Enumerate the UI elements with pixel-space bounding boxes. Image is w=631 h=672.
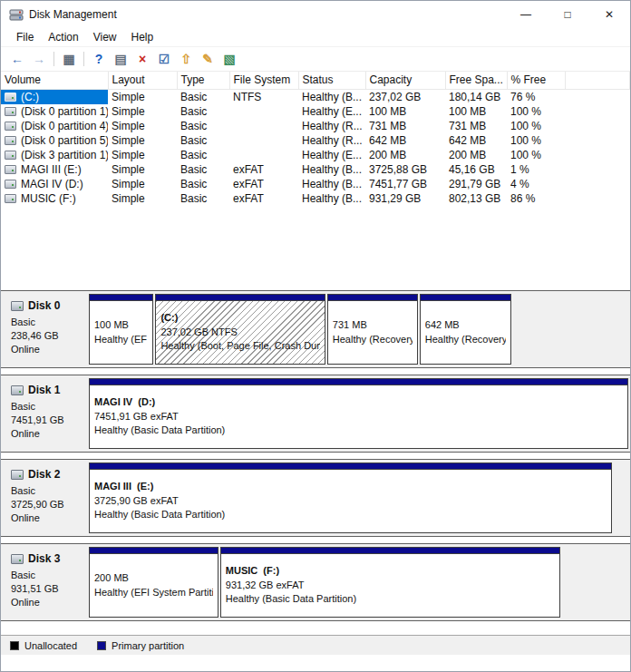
minimize-button[interactable]: — — [505, 1, 547, 28]
volume-row[interactable]: (Disk 0 partition 1)SimpleBasicHealthy (… — [1, 104, 630, 119]
volume-row[interactable]: (Disk 3 partition 1)SimpleBasicHealthy (… — [1, 148, 630, 162]
menu-view[interactable]: View — [86, 29, 124, 45]
volume-cell: Simple — [108, 148, 177, 162]
volume-cell: 931,29 GB — [365, 191, 445, 206]
volume-name-cell: (Disk 0 partition 4) — [1, 119, 108, 133]
partition[interactable]: (C:)237,02 GB NTFSHealthy (Boot, Page Fi… — [155, 294, 325, 365]
partition[interactable]: 100 MBHealthy (EF — [89, 294, 153, 365]
volume-cell — [229, 133, 298, 148]
disk-icon — [11, 554, 24, 564]
disk-size: 3725,90 GB — [11, 498, 83, 511]
partition-type-strip — [90, 379, 627, 385]
properties-icon[interactable]: ☑ — [153, 49, 175, 69]
partition-size: 731 MB — [333, 318, 413, 333]
volume-cell — [229, 119, 298, 133]
volume-cell — [565, 191, 630, 206]
volume-table: VolumeLayoutTypeFile SystemStatusCapacit… — [1, 72, 630, 206]
volume-cell — [565, 90, 630, 105]
app-icon — [9, 7, 24, 22]
disk-icon — [11, 301, 24, 311]
menu-file[interactable]: File — [9, 29, 41, 45]
volume-cell: Basic — [177, 104, 229, 119]
disk-icon — [11, 470, 24, 480]
volume-cell: Healthy (R... — [298, 119, 365, 133]
partition[interactable]: MAGI IV (D:)7451,91 GB exFATHealthy (Bas… — [89, 378, 628, 449]
help-icon[interactable]: ? — [88, 49, 110, 69]
maximize-button[interactable]: □ — [547, 1, 588, 28]
volume-cell: 291,79 GB — [445, 177, 507, 191]
column-header-volume[interactable]: Volume — [1, 72, 108, 90]
column-header-type[interactable]: Type — [177, 72, 229, 90]
partition-status: Healthy (Boot, Page File, Crash Dum — [160, 339, 319, 354]
action-pane-icon[interactable]: ▤ — [110, 49, 131, 69]
volume-row[interactable]: (C:)SimpleBasicNTFSHealthy (B...237,02 G… — [1, 90, 630, 105]
volume-cell: Simple — [108, 90, 177, 105]
back-icon[interactable]: ← — [6, 49, 28, 69]
volume-cell — [565, 104, 630, 119]
partition[interactable]: 642 MBHealthy (Recovery — [420, 294, 511, 365]
volume-name-text: (Disk 0 partition 5) — [21, 134, 108, 147]
volume-cell — [565, 133, 630, 148]
volume-cell: 45,16 GB — [445, 162, 507, 177]
volume-icon — [5, 107, 16, 116]
disk-header[interactable]: Disk 1Basic7451,91 GBOnline — [1, 375, 87, 452]
partition[interactable]: 200 MBHealthy (EFI System Partiti — [89, 547, 218, 618]
volume-row[interactable]: MAGI III (E:)SimpleBasicexFATHealthy (B.… — [1, 162, 630, 177]
disk-header[interactable]: Disk 2Basic3725,90 GBOnline — [1, 460, 87, 536]
partition-size: 931,32 GB exFAT — [226, 579, 555, 593]
disk-title: Disk 1 — [11, 383, 83, 397]
volume-name-cell: (Disk 3 partition 1) — [1, 148, 108, 162]
disk-name-text: Disk 1 — [28, 383, 60, 397]
volume-row[interactable]: MUSIC (F:)SimpleBasicexFATHealthy (B...9… — [1, 191, 630, 206]
delete-volume-icon[interactable]: × — [131, 49, 153, 69]
volume-cell: Simple — [108, 177, 177, 191]
partition-area: MAGI III (E:)3725,90 GB exFATHealthy (Ba… — [87, 460, 630, 536]
volume-cell: 86 % — [507, 191, 565, 206]
column-header-capacity[interactable]: Capacity — [365, 72, 445, 90]
menu-action[interactable]: Action — [41, 29, 85, 45]
partition[interactable]: 731 MBHealthy (Recovery — [327, 294, 418, 365]
close-button[interactable]: ✕ — [588, 1, 630, 28]
change-letter-icon[interactable]: ✎ — [197, 49, 218, 69]
menu-bar: FileActionViewHelp — [1, 28, 630, 47]
rescan-icon[interactable]: ▧ — [218, 49, 240, 69]
disk-row: Disk 2Basic3725,90 GBOnlineMAGI III (E:)… — [1, 459, 630, 537]
volume-name-cell: (C:) — [1, 90, 108, 105]
partition-body: (C:)237,02 GB NTFSHealthy (Boot, Page Fi… — [156, 301, 324, 364]
volume-name-cell: MAGI III (E:) — [1, 162, 108, 177]
column-header-free[interactable]: % Free — [507, 72, 565, 90]
legend-item: Unallocated — [10, 640, 77, 651]
volume-cell: Basic — [177, 90, 229, 105]
column-header-layout[interactable]: Layout — [108, 72, 177, 90]
volume-cell: 1 % — [507, 162, 565, 177]
column-header-file-system[interactable]: File System — [229, 72, 298, 90]
volume-cell: 100 % — [507, 104, 565, 119]
volume-cell: Basic — [177, 133, 229, 148]
toolbar-separator — [53, 52, 54, 66]
volume-row[interactable]: (Disk 0 partition 4)SimpleBasicHealthy (… — [1, 119, 630, 133]
volume-name-text: (Disk 0 partition 4) — [21, 120, 108, 132]
partition[interactable]: MUSIC (F:)931,32 GB exFATHealthy (Basic … — [220, 547, 560, 618]
volume-cell: 7451,77 GB — [365, 177, 445, 191]
console-tree-icon[interactable]: ▦ — [58, 49, 80, 69]
partition[interactable]: MAGI III (E:)3725,90 GB exFATHealthy (Ba… — [89, 463, 612, 533]
disk-header[interactable]: Disk 3Basic931,51 GBOnline — [1, 544, 87, 620]
partition-body: 100 MBHealthy (EF — [90, 301, 152, 364]
volume-row[interactable]: MAGI IV (D:)SimpleBasicexFATHealthy (B..… — [1, 177, 630, 191]
volume-cell: Basic — [177, 177, 229, 191]
volume-icon — [5, 165, 16, 174]
volume-cell — [565, 177, 630, 191]
volume-cell: 731 MB — [365, 119, 445, 133]
forward-icon[interactable]: → — [28, 49, 50, 69]
menu-help[interactable]: Help — [124, 29, 161, 45]
volume-cell: Healthy (E... — [298, 104, 365, 119]
volume-row[interactable]: (Disk 0 partition 5)SimpleBasicHealthy (… — [1, 133, 630, 148]
volume-cell: 100 MB — [445, 104, 507, 119]
column-header-free-spa[interactable]: Free Spa... — [445, 72, 507, 90]
open-folder-icon[interactable]: ⇧ — [175, 49, 197, 69]
column-header-status[interactable]: Status — [298, 72, 365, 90]
volume-name-text: (C:) — [21, 91, 39, 103]
disk-header[interactable]: Disk 0Basic238,46 GBOnline — [1, 291, 87, 367]
volume-cell — [565, 162, 630, 177]
partition-title: MAGI IV (D:) — [94, 395, 623, 410]
